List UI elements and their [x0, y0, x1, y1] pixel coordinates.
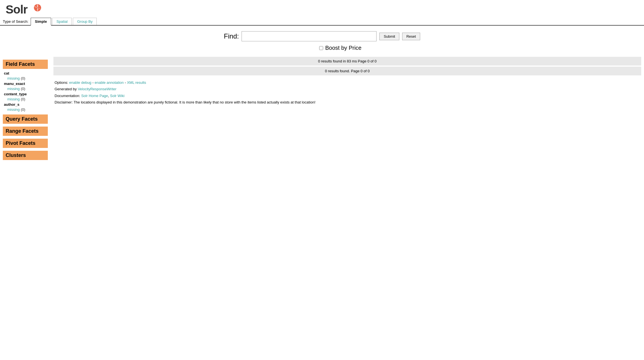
options-area: Options: enable debug - enable annotatio… [53, 76, 641, 109]
enable-debug-link[interactable]: enable debug [69, 80, 91, 85]
facet-link-author-s-missing[interactable]: missing [7, 107, 20, 112]
xml-results-link[interactable]: XML results [127, 80, 146, 85]
facet-name-manu-exact: manu_exact [4, 82, 48, 86]
options-prefix: Options: [55, 80, 68, 85]
result-bar-1: 0 results found in 83 ms Page 0 of 0 [53, 57, 641, 66]
results-area: 0 results found in 83 ms Page 0 of 0 0 r… [51, 57, 644, 162]
query-facets-heading: Query Facets [3, 114, 48, 124]
velocity-writer-link[interactable]: VelocityResponseWriter [78, 87, 116, 91]
solr-wiki-link[interactable]: Solr Wiki [110, 94, 124, 98]
main-content: Field Facets cat missing (0) manu_exact … [0, 54, 644, 165]
facet-name-content-type: content_type [4, 92, 48, 96]
range-facets-heading: Range Facets [3, 127, 48, 136]
find-label: Find: [224, 32, 239, 40]
logo-text: Solr [6, 3, 28, 16]
facet-link-manu-exact-missing[interactable]: missing [7, 87, 20, 91]
documentation-prefix: Documentation: [55, 94, 80, 98]
facet-name-author-s: author_s [4, 102, 48, 107]
facet-link-cat-missing[interactable]: missing [7, 76, 20, 80]
enable-annotation-link[interactable]: enable annotation [94, 80, 123, 85]
result-bar-2: 0 results found. Page 0 of 0 [53, 67, 641, 75]
facet-link-content-type-missing[interactable]: missing [7, 97, 20, 101]
field-facets-heading: Field Facets [3, 60, 48, 69]
boost-row: Boost by Price [319, 45, 362, 51]
tabs-bar: Type of Search: Simple Spatial Group By [0, 18, 644, 26]
facet-field-author-s: author_s missing (0) [3, 102, 48, 112]
facet-name-cat: cat [4, 71, 48, 75]
disclaimer-text: Disclaimer: The locations displayed in t… [55, 100, 316, 104]
search-form: Find: Submit Reset Boost by Price [0, 26, 644, 54]
find-input[interactable] [242, 31, 377, 41]
generated-by-prefix: Generated by [55, 87, 77, 91]
boost-by-price-label: Boost by Price [325, 45, 362, 51]
facet-count-cat: (0) [21, 76, 25, 80]
boost-by-price-checkbox[interactable] [319, 46, 323, 50]
reset-button[interactable]: Reset [402, 33, 420, 40]
submit-button[interactable]: Submit [379, 33, 399, 40]
find-row: Find: Submit Reset [224, 31, 420, 41]
type-of-search-label: Type of Search: [3, 19, 28, 24]
facet-count-author-s: (0) [21, 107, 25, 112]
facet-count-manu-exact: (0) [21, 87, 25, 91]
sidebar: Field Facets cat missing (0) manu_exact … [0, 57, 51, 162]
facet-field-manu-exact: manu_exact missing (0) [3, 82, 48, 91]
tab-group-by[interactable]: Group By [73, 18, 97, 25]
facet-count-content-type: (0) [21, 97, 25, 101]
solr-home-link[interactable]: Solr Home Page [81, 94, 108, 98]
tab-simple[interactable]: Simple [31, 18, 51, 26]
pivot-facets-heading: Pivot Facets [3, 139, 48, 148]
header: Solr [0, 0, 644, 18]
solr-logo-icon [29, 3, 42, 16]
tab-spatial[interactable]: Spatial [52, 18, 72, 25]
facet-field-content-type: content_type missing (0) [3, 92, 48, 101]
facet-field-cat: cat missing (0) [3, 71, 48, 80]
clusters-heading: Clusters [3, 151, 48, 160]
